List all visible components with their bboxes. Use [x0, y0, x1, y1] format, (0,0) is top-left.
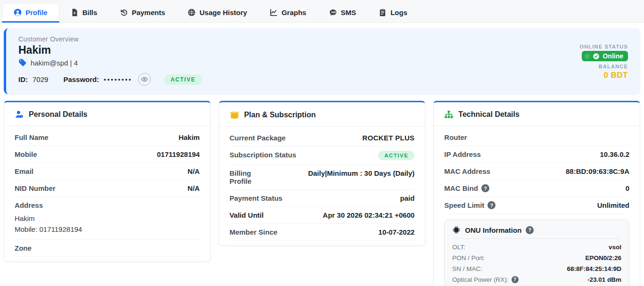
- tab-bills[interactable]: $ Bills: [59, 3, 109, 22]
- table-row: NID Number N/A: [15, 180, 200, 197]
- customer-username: hakim@spd | 4: [31, 59, 78, 67]
- row-value: Hakim: [179, 133, 200, 141]
- help-icon[interactable]: ?: [481, 184, 489, 192]
- billing-profile-value: Daily|Minimum : 30 Days (Daily): [308, 169, 414, 177]
- table-row: Mobile 01711928194: [15, 146, 200, 163]
- zone-row: Zone: [15, 240, 200, 257]
- row-label: Member Since: [230, 228, 278, 236]
- username-row: hakim@spd | 4: [18, 58, 202, 67]
- sn-mac-value: 68:8F:84:25:14:9D: [567, 265, 621, 272]
- row-label: Valid Until: [230, 211, 264, 219]
- row-label: Optical Power (RX): ?: [452, 276, 518, 283]
- tab-logs[interactable]: Logs: [367, 3, 419, 22]
- balance-value: 0 BDT: [603, 71, 628, 80]
- technical-details-card: Technical Details Router IP Address 10.3…: [433, 101, 640, 286]
- table-row: SN / MAC: 68:8F:84:25:14:9D: [452, 263, 621, 274]
- row-label: PON / Port:: [452, 254, 485, 261]
- row-label: Mobile: [15, 150, 37, 158]
- id-password-row: ID: 7029 Password: •••••••• ACTIVE: [18, 73, 202, 86]
- row-label-text: Speed Limit: [444, 201, 484, 209]
- table-row: PON / Port: EPON0/2:26: [452, 253, 621, 263]
- table-row: Billing Profile Daily|Minimum : 30 Days …: [230, 165, 415, 190]
- svg-text:$: $: [74, 11, 75, 15]
- table-row: Current Package ROCKET PLUS: [230, 130, 415, 147]
- row-label: SN / MAC:: [452, 265, 482, 272]
- tab-profile[interactable]: Profile: [2, 3, 59, 22]
- tab-label: Usage History: [199, 8, 247, 16]
- address-line: Mobile: 01711928194: [15, 224, 200, 235]
- member-since-value: 10-07-2022: [379, 228, 415, 236]
- table-row: Email N/A: [15, 163, 200, 180]
- table-row: MAC Bind ? 0: [444, 180, 629, 197]
- tab-label: SMS: [341, 8, 356, 16]
- check-circle-icon: [593, 53, 600, 60]
- balance-label: BALANCE: [599, 64, 628, 69]
- valid-until-value: Apr 30 2026 02:34:21 +0600: [323, 211, 415, 219]
- onu-rows: OLT: vsol PON / Port: EPON0/2:26 SN / MA…: [452, 239, 621, 286]
- pon-port-value: EPON0/2:26: [585, 254, 621, 261]
- address-block: Address Hakim Mobile: 01711928194: [15, 197, 200, 240]
- address-label: Address: [15, 201, 43, 209]
- account-status-badge: ACTIVE: [164, 74, 202, 85]
- clipboard-icon: [379, 8, 387, 16]
- online-status-label: ONLINE STATUS: [579, 44, 628, 49]
- mobile-number-link[interactable]: 01711928194: [157, 150, 200, 158]
- tab-label: Logs: [390, 8, 407, 16]
- table-row: Subscription Status ACTIVE: [230, 147, 415, 165]
- table-row: Router: [444, 129, 629, 146]
- zone-label: Zone: [15, 244, 32, 252]
- card-title: Plan & Subscription: [244, 111, 316, 119]
- table-row: Payment Status paid: [230, 190, 415, 207]
- optical-power-value: -23.01 dBm: [587, 276, 621, 283]
- technical-details-header: Technical Details: [434, 102, 640, 126]
- tab-usage-history[interactable]: Usage History: [176, 3, 258, 22]
- row-label: MAC Address: [444, 167, 490, 175]
- olt-value: vsol: [609, 244, 621, 251]
- user-circle-icon: [14, 8, 22, 16]
- payment-status-value: paid: [400, 194, 415, 202]
- tag-icon: [18, 58, 27, 67]
- sms-bubble-icon: SMS: [329, 8, 337, 16]
- tab-sms[interactable]: SMS SMS: [318, 3, 368, 22]
- row-label: Payment Status: [230, 194, 283, 202]
- overview-section-label: Customer Overview: [18, 35, 202, 43]
- address-line: Hakim: [15, 213, 200, 224]
- row-label: NID Number: [15, 184, 56, 192]
- user-gear-icon: [15, 110, 24, 119]
- speed-limit-value: Unlimited: [597, 201, 629, 209]
- file-invoice-icon: $: [71, 8, 79, 16]
- help-icon[interactable]: ?: [526, 226, 534, 234]
- personal-details-body: Full Name Hakim Mobile 01711928194 Email…: [4, 126, 210, 261]
- help-icon[interactable]: ?: [487, 201, 495, 209]
- online-status-badge: Online: [582, 51, 628, 61]
- row-value: N/A: [188, 167, 200, 175]
- address-lines: Hakim Mobile: 01711928194: [15, 213, 200, 235]
- detail-cards-row: Personal Details Full Name Hakim Mobile …: [4, 101, 640, 286]
- help-icon[interactable]: ?: [512, 276, 519, 283]
- row-label: Current Package: [230, 134, 286, 142]
- globe-icon: [188, 8, 196, 16]
- table-row: Valid Until Apr 30 2026 02:34:21 +0600: [230, 207, 415, 224]
- show-password-button[interactable]: [138, 73, 151, 86]
- row-label: Router: [444, 133, 467, 141]
- microchip-icon: [452, 226, 461, 234]
- plan-subscription-body: Current Package ROCKET PLUS Subscription…: [219, 127, 425, 245]
- tab-payments[interactable]: Payments: [108, 3, 176, 22]
- id-value: 7029: [33, 75, 48, 83]
- table-row: Full Name Hakim: [15, 129, 200, 146]
- plan-subscription-header: Plan & Subscription: [219, 102, 425, 127]
- table-row: MAC Address 88:BD:09:63:8C:9A: [444, 163, 629, 180]
- table-row: Speed Limit ? Unlimited: [444, 197, 629, 214]
- tab-graphs[interactable]: Graphs: [258, 3, 318, 22]
- row-label: Full Name: [15, 133, 49, 141]
- tab-label: Profile: [25, 8, 48, 16]
- row-label: Email: [15, 167, 33, 175]
- table-row: Member Since 10-07-2022: [230, 224, 415, 241]
- table-row: IP Address 10.36.0.2: [444, 146, 629, 163]
- current-package-value: ROCKET PLUS: [363, 134, 415, 142]
- subscription-status-badge: ACTIVE: [378, 151, 414, 160]
- row-label: OLT:: [452, 244, 465, 251]
- overview-left: Customer Overview Hakim hakim@spd | 4 ID…: [18, 35, 202, 86]
- password-mask: ••••••••: [104, 76, 132, 83]
- online-dot-icon: [585, 54, 590, 59]
